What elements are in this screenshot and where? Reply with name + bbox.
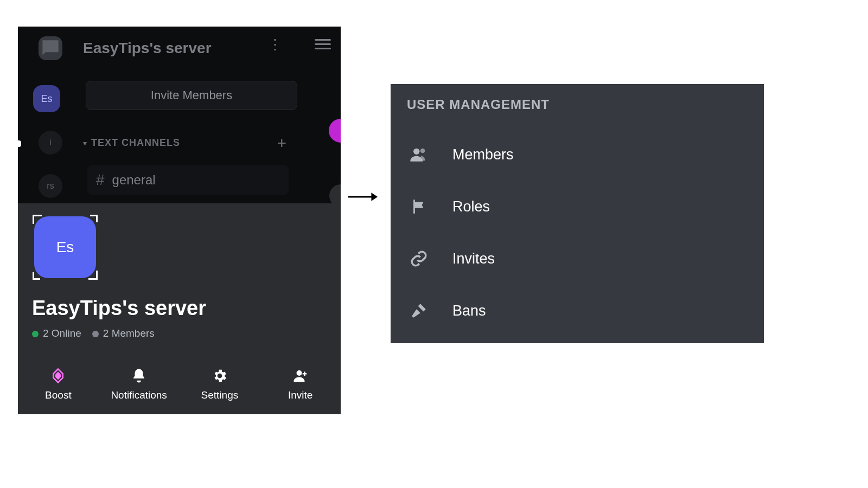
members-list-toggle[interactable] — [315, 36, 331, 52]
server-initials: Es — [41, 93, 52, 105]
invites-row[interactable]: Invites — [407, 233, 748, 285]
server-icon-stub-2[interactable]: rs — [39, 174, 62, 198]
settings-label: Settings — [201, 389, 239, 401]
notifications-button[interactable]: Notifications — [99, 355, 180, 414]
invite-label: Invite — [288, 389, 312, 401]
members-count: 2 Members — [92, 328, 155, 339]
online-dot-icon — [32, 331, 39, 337]
members-dot-icon — [92, 331, 99, 337]
section-label: TEXT CHANNELS — [91, 137, 180, 149]
boost-button[interactable]: Boost — [18, 355, 99, 414]
direct-messages-button[interactable] — [39, 36, 62, 60]
roles-label: Roles — [452, 198, 490, 215]
server-header: EasyTips's server — [83, 33, 341, 63]
bans-row[interactable]: Bans — [407, 285, 748, 337]
bans-label: Bans — [452, 303, 486, 319]
gavel-icon — [407, 301, 431, 320]
flag-icon — [407, 197, 431, 216]
chat-bubble-icon — [39, 36, 62, 60]
more-options-button[interactable]: ⋮ — [268, 36, 281, 53]
chevron-down-icon: ▾ — [83, 139, 87, 147]
text-channels-section-header[interactable]: ▾ TEXT CHANNELS — [83, 137, 180, 149]
invite-members-button[interactable]: Invite Members — [86, 81, 297, 110]
settings-button[interactable]: Settings — [180, 355, 260, 414]
bell-icon — [131, 368, 147, 384]
server-rail-indicator — [18, 140, 21, 147]
channel-name: general — [112, 172, 156, 188]
sheet-server-name: EasyTips's server — [32, 297, 327, 320]
gear-icon — [212, 368, 228, 384]
discord-mobile-screenshot: Es i rs EasyTips's server ⋮ Invite Membe… — [18, 27, 341, 414]
invite-button[interactable]: Invite — [260, 355, 341, 414]
svg-point-0 — [296, 370, 302, 376]
server-icon-selected[interactable]: Es — [33, 85, 60, 112]
peeking-avatar-1 — [329, 119, 341, 143]
boost-icon — [50, 368, 66, 384]
roles-row[interactable]: Roles — [407, 181, 748, 233]
add-channel-button[interactable]: + — [277, 134, 286, 152]
server-tile[interactable]: Es — [34, 216, 96, 278]
boost-label: Boost — [45, 389, 72, 401]
link-icon — [407, 249, 431, 268]
server-icon-stub-1[interactable]: i — [39, 131, 62, 155]
members-row[interactable]: Members — [407, 129, 748, 181]
server-status-row: 2 Online 2 Members — [32, 328, 327, 339]
svg-point-2 — [413, 149, 419, 155]
members-icon — [407, 145, 431, 164]
hash-icon: # — [96, 171, 105, 189]
invite-members-label: Invite Members — [151, 88, 232, 102]
arrow-icon — [347, 191, 379, 203]
panel-title: USER MANAGEMENT — [407, 97, 748, 112]
channel-general[interactable]: # general — [87, 165, 289, 195]
user-management-panel: USER MANAGEMENT Members Roles Invites Ba… — [391, 84, 764, 343]
invites-label: Invites — [452, 251, 495, 267]
svg-point-3 — [420, 149, 425, 153]
members-label: Members — [452, 146, 514, 163]
notifications-label: Notifications — [111, 389, 167, 401]
server-rail: Es i rs — [18, 27, 62, 203]
server-title: EasyTips's server — [83, 40, 212, 57]
online-count: 2 Online — [32, 328, 81, 339]
sheet-actions-row: Boost Notifications Settings Invite — [18, 355, 341, 414]
dimmed-background: Es i rs EasyTips's server ⋮ Invite Membe… — [18, 27, 341, 203]
server-bottom-sheet: Es EasyTips's server 2 Online 2 Members … — [18, 203, 341, 414]
user-plus-icon — [292, 368, 309, 384]
server-tile-initials: Es — [56, 239, 74, 256]
